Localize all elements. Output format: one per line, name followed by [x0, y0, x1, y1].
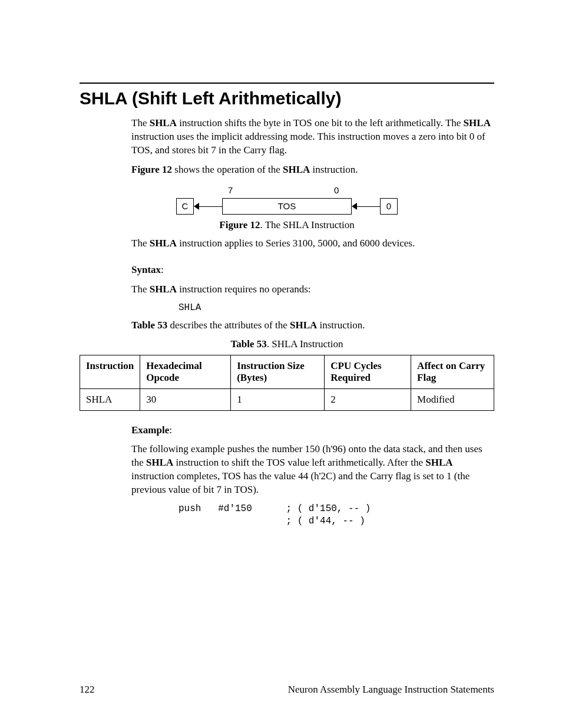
- text: instruction.: [310, 164, 358, 175]
- figure-reference: Figure 12 shows the operation of the SHL…: [131, 163, 494, 177]
- example-paragraph: The following example pushes the number …: [131, 443, 494, 497]
- body-intro: The SHLA instruction shifts the byte in …: [131, 117, 494, 177]
- th-opcode: Hexadecimal Opcode: [140, 355, 231, 388]
- rule-top: [80, 83, 494, 84]
- example-section: Example: The following example pushes th…: [131, 424, 494, 528]
- td-cycles: 2: [325, 388, 411, 410]
- shla-diagram: 7 0 C TOS 0: [163, 185, 411, 216]
- text: . The SHLA Instruction: [260, 219, 354, 230]
- bold-shla: SHLA: [464, 117, 491, 129]
- syntax-code: SHLA: [178, 302, 494, 313]
- syntax-label: Syntax: [131, 264, 161, 275]
- text: instruction completes, TOS has the value…: [131, 470, 470, 495]
- table-header-row: Instruction Hexadecimal Opcode Instructi…: [80, 355, 494, 388]
- colon: :: [161, 264, 164, 275]
- syntax-desc: The SHLA instruction requires no operand…: [131, 283, 494, 297]
- bit-7-label: 7: [228, 185, 233, 195]
- diagram-row: C TOS 0: [163, 197, 411, 216]
- bold-shla: SHLA: [425, 457, 452, 468]
- attribute-table: Instruction Hexadecimal Opcode Instructi…: [80, 355, 494, 411]
- zero-box: 0: [380, 198, 398, 215]
- th-cycles: CPU Cycles Required: [325, 355, 411, 388]
- example-label: Example: [131, 424, 169, 436]
- text: The: [131, 117, 150, 129]
- td-opcode: 30: [140, 388, 231, 410]
- page-footer: 122 Neuron Assembly Language Instruction…: [80, 684, 494, 696]
- bold-shla: SHLA: [150, 238, 177, 249]
- text: instruction applies to Series 3100, 5000…: [177, 238, 415, 249]
- arrow-left-icon: [352, 198, 380, 215]
- td-instruction: SHLA: [80, 388, 140, 410]
- text: shows the operation of the: [172, 164, 283, 175]
- text: describes the attributes of the: [167, 319, 290, 331]
- text: instruction requires no operands:: [177, 284, 311, 295]
- text: instruction uses the implicit addressing…: [131, 131, 485, 156]
- example-heading: Example:: [131, 424, 494, 437]
- section-title: SHLA (Shift Left Arithmetically): [80, 88, 494, 108]
- bold-shla: SHLA: [150, 117, 177, 129]
- bold-shla: SHLA: [146, 457, 173, 468]
- bit-0-label: 0: [334, 185, 339, 195]
- text: The: [131, 284, 150, 295]
- th-instruction: Instruction: [80, 355, 140, 388]
- table-caption: Table 53. SHLA Instruction: [80, 338, 494, 350]
- th-size: Instruction Size (Bytes): [231, 355, 325, 388]
- footer-section-title: Neuron Assembly Language Instruction Sta…: [288, 684, 494, 696]
- syntax-section: Syntax: The SHLA instruction requires no…: [131, 263, 494, 332]
- bold-table: Table 53: [131, 319, 167, 331]
- arrow-left-icon: [194, 198, 222, 215]
- text: . SHLA Instruction: [267, 338, 343, 350]
- text: The: [131, 238, 150, 249]
- table-row: SHLA 30 1 2 Modified: [80, 388, 494, 410]
- bold-shla: SHLA: [150, 284, 177, 295]
- page-number: 122: [80, 684, 95, 696]
- bit-labels: 7 0: [163, 185, 411, 196]
- tos-box: TOS: [222, 198, 352, 215]
- td-size: 1: [231, 388, 325, 410]
- table-reference: Table 53 describes the attributes of the…: [131, 319, 494, 332]
- carry-box: C: [176, 198, 194, 215]
- applies-paragraph: The SHLA instruction applies to Series 3…: [131, 237, 494, 251]
- bold-fig: Figure 12: [219, 219, 260, 230]
- text: instruction shifts the byte in TOS one b…: [177, 117, 464, 129]
- figure-caption: Figure 12. The SHLA Instruction: [80, 219, 494, 231]
- example-code: push #d'150 ; ( d'150, -- ) ; ( d'44, --…: [178, 503, 494, 528]
- text: instruction.: [317, 319, 365, 331]
- text: instruction to shift the TOS value left …: [173, 457, 425, 468]
- bold-fig: Figure 12: [131, 164, 172, 175]
- bold-shla: SHLA: [290, 319, 317, 331]
- syntax-heading: Syntax:: [131, 263, 494, 277]
- page: SHLA (Shift Left Arithmetically) The SHL…: [0, 0, 562, 728]
- td-carry: Modified: [411, 388, 494, 410]
- intro-paragraph: The SHLA instruction shifts the byte in …: [131, 117, 494, 157]
- figure-12-diagram: 7 0 C TOS 0 Figure 12. The SHLA Instruct…: [80, 185, 494, 231]
- th-carry: Affect on Carry Flag: [411, 355, 494, 388]
- bold-shla: SHLA: [283, 164, 310, 175]
- applies-to: The SHLA instruction applies to Series 3…: [131, 237, 494, 251]
- bold-table: Table 53: [230, 338, 266, 350]
- colon: :: [169, 424, 172, 436]
